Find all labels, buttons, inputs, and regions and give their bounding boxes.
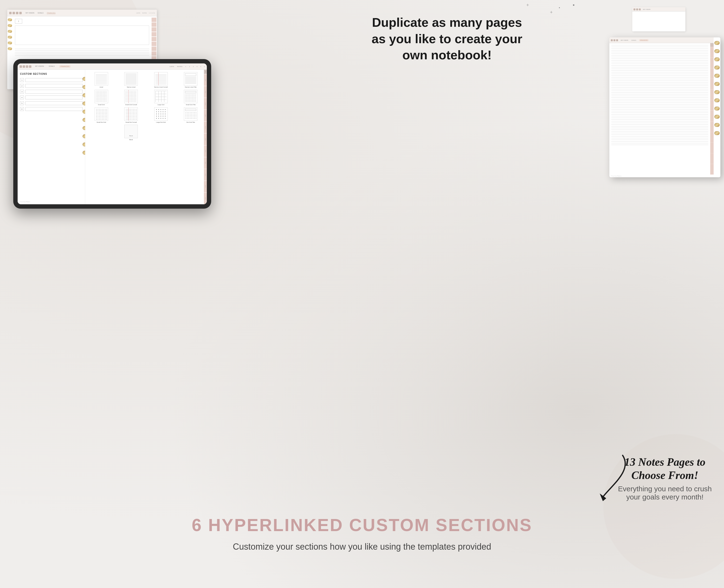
section-bar-1 (25, 78, 83, 82)
tab-2021[interactable]: 2021 (204, 70, 207, 74)
page-type-small-grid[interactable]: Small Grid (87, 90, 116, 106)
ipad-device: MY VISION GOALS FINANCES LISTS NOTES 1 2… (13, 59, 211, 209)
planner-rings (713, 37, 720, 177)
label-narrow-cornell: Narrow Lined Cornell (154, 86, 168, 88)
section-num-3: 3 (20, 90, 24, 93)
tab-jan[interactable]: JAN (204, 74, 207, 86)
thumb-large-grid (154, 90, 168, 103)
section-num-4: 4 (20, 96, 24, 99)
page-type-narrow-title[interactable]: Narrow Lined Title (177, 72, 205, 88)
side-tabs: 2021 JAN FEB MAR APR MAY JUN AUG SEP OCT… (204, 70, 207, 204)
label-blank: Blank (129, 139, 133, 141)
section-row-4[interactable]: 4 (20, 96, 83, 99)
tab-mar[interactable]: MAR (204, 98, 207, 109)
tab-jun[interactable]: JUN (204, 133, 207, 145)
label-dot-grid-title: Dot Grid Title (186, 122, 195, 124)
clock-icon (29, 65, 32, 68)
tab-aug[interactable]: AUG (204, 145, 207, 157)
folder-icon (26, 65, 28, 68)
tab-may[interactable]: MAY (204, 122, 207, 133)
bottom-subtext: Customize your sections how you like usi… (0, 542, 724, 552)
nav-4[interactable]: 4 (197, 66, 198, 67)
tab-oct[interactable]: OCT (204, 169, 207, 181)
thumb-dot-cornell (124, 107, 138, 121)
custom-sections-title: CUSTOM SECTIONS (20, 72, 83, 75)
deco-dot-2 (559, 7, 560, 8)
thumb-small-grid-title (184, 90, 197, 103)
section-row-5[interactable]: 5 (20, 101, 83, 105)
ipad-right-panel: Lined Narrow Lined Narrow Lined Cornell (85, 70, 207, 204)
doc-icon (23, 65, 25, 68)
tab-feb[interactable]: FEB (204, 86, 207, 98)
page-type-dot-grid-title[interactable]: Dot Grid Title (177, 107, 205, 124)
tab-sep[interactable]: SEP (204, 157, 207, 169)
ipad-screen: MY VISION GOALS FINANCES LISTS NOTES 1 2… (18, 63, 207, 204)
label-small-grid-cornell: Small Grid Cornell (125, 104, 137, 106)
section-num-2: 2 (20, 84, 24, 88)
page-type-empty (87, 125, 116, 141)
label-dot-grid: Small Dot Grid (97, 122, 106, 124)
page-type-large-dot-grid[interactable]: Large Dot Grid (147, 107, 175, 124)
planner-body (609, 43, 713, 175)
label-narrow-lined: Narrow Lined (127, 86, 135, 88)
section-num-6: 6 (20, 107, 24, 111)
thumb-narrow-title (184, 72, 197, 86)
ipad-header: MY VISION GOALS FINANCES LISTS NOTES 1 2… (18, 63, 207, 70)
notes-count-heading: 13 Notes Pages to Choose From! (614, 455, 716, 482)
deco-dot-1 (573, 4, 575, 6)
page-type-small-grid-cornell[interactable]: Small Grid Cornell (117, 90, 145, 106)
nav-1[interactable]: 1 (185, 66, 186, 67)
thumb-dot-grid (95, 107, 108, 121)
nav-lists[interactable]: LISTS (170, 66, 174, 67)
section-num-5: 5 (20, 101, 24, 105)
nav-6[interactable]: 6 (204, 66, 205, 67)
page-type-dot-grid[interactable]: Small Dot Grid (87, 107, 116, 124)
tab-dec[interactable]: DEC (204, 193, 207, 204)
section-row-6[interactable]: 6 (20, 107, 83, 111)
nav-my-vision[interactable]: MY VISION (35, 65, 44, 67)
nav-finances[interactable]: FINANCES (59, 65, 70, 67)
thumb-large-dot-grid (154, 107, 168, 121)
planner-side-tabs (710, 43, 713, 175)
page-type-lined[interactable]: Lined (87, 72, 116, 88)
section-bar-3 (25, 90, 83, 93)
section-row-2[interactable]: 2 (20, 84, 83, 88)
label-lined: Lined (99, 86, 103, 88)
thumb-small-grid-cornell (124, 90, 138, 103)
ipad-body: CUSTOM SECTIONS 1 2 3 4 (18, 70, 207, 204)
thumb-small-grid (95, 90, 108, 103)
ipad-nav-icons (20, 65, 32, 68)
section-row-1[interactable]: 1 (20, 78, 83, 82)
top-heading: Duplicate as many pages as you like to c… (371, 15, 522, 63)
page-type-narrow-cornell[interactable]: Narrow Lined Cornell (147, 72, 175, 88)
page-type-small-grid-title[interactable]: Small Grid Title (177, 90, 205, 106)
label-large-dot-grid: Large Dot Grid (156, 122, 165, 124)
ipad-nav-right: LISTS NOTES 1 2 3 4 5 6 (170, 66, 205, 67)
small-planner-toplayer: MY VISION (632, 7, 685, 31)
label-large-grid: Large Grid (158, 104, 164, 106)
nav-3[interactable]: 3 (193, 66, 194, 67)
page-type-large-grid[interactable]: Large Grid (147, 90, 175, 106)
nav-goals[interactable]: GOALS (49, 65, 55, 67)
page-type-narrow-lined[interactable]: Narrow Lined (117, 72, 145, 88)
section-bar-4 (25, 96, 83, 99)
label-dot-cornell: Small Dot Cornell (125, 122, 137, 124)
nav-notes[interactable]: NOTES (177, 66, 182, 67)
tab-apr[interactable]: APR (204, 110, 207, 121)
section-bar-2 (25, 84, 83, 88)
section-row-3[interactable]: 3 (20, 90, 83, 93)
tab-nov[interactable]: NOV (204, 181, 207, 192)
thumb-narrow-cornell (154, 72, 168, 86)
planner-lined-area (609, 43, 710, 175)
page-type-blank[interactable]: Blank Blank (117, 125, 145, 141)
planner-header: MY VISION GOALS FINANCES (609, 37, 713, 43)
thumb-narrow-lined (124, 72, 138, 86)
bottom-heading: 6 HYPERLINKED CUSTOM SECTIONS (0, 515, 724, 535)
left-copyright: © Live Love Planners (20, 201, 30, 202)
ipad-nav: MY VISION GOALS FINANCES (35, 65, 71, 67)
nav-2[interactable]: 2 (189, 66, 190, 67)
page-type-dot-cornell[interactable]: Small Dot Cornell (117, 107, 145, 124)
nav-5[interactable]: 5 (200, 66, 201, 67)
label-small-grid: Small Grid (98, 104, 105, 106)
label-small-grid-title: Small Grid Title (186, 104, 196, 106)
